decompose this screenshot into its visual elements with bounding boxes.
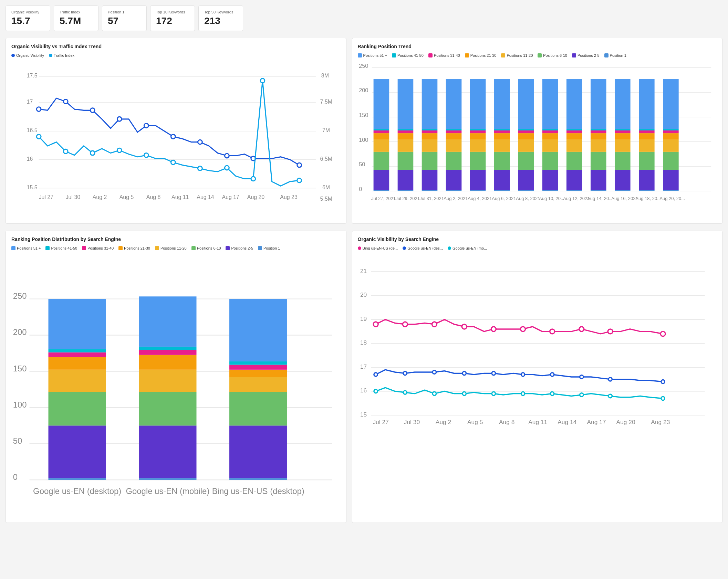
svg-rect-61 [373, 152, 389, 170]
visibility-engine-svg: 15 16 17 18 19 20 21 Jul 27 Jul [358, 254, 717, 427]
svg-rect-146 [615, 79, 631, 129]
legend-pos1: Position 1 [604, 53, 626, 57]
svg-point-27 [63, 99, 68, 104]
svg-rect-212 [229, 361, 287, 365]
svg-rect-96 [470, 130, 486, 133]
svg-text:Aug 8: Aug 8 [146, 194, 161, 200]
svg-rect-73 [397, 129, 413, 130]
legend-pos31: Positions 31-40 [428, 53, 460, 57]
svg-rect-93 [470, 152, 486, 170]
line-chart-legend: Organic Visibility Traffic Index [11, 53, 341, 57]
svg-point-267 [609, 394, 612, 398]
svg-rect-124 [566, 170, 582, 190]
svg-rect-157 [663, 152, 679, 170]
svg-rect-151 [639, 133, 655, 139]
kpi-traffic-index-label: Traffic Index [60, 10, 93, 14]
svg-text:Aug 20: Aug 20 [616, 419, 635, 425]
svg-rect-148 [639, 170, 655, 190]
legend-organic-vis: Organic Visibility [11, 53, 44, 57]
svg-rect-211 [229, 365, 287, 370]
kpi-organic-visibility-value: 15.7 [11, 15, 44, 27]
svg-text:Aug 17: Aug 17 [587, 419, 606, 425]
kpi-position1-label: Position 1 [108, 10, 141, 14]
svg-rect-79 [422, 133, 437, 139]
svg-text:100: 100 [359, 137, 368, 143]
svg-rect-83 [446, 190, 461, 191]
svg-rect-191 [49, 370, 106, 392]
kpi-position1-value: 57 [108, 15, 141, 27]
svg-rect-203 [139, 347, 196, 350]
svg-rect-161 [663, 129, 679, 130]
svg-rect-117 [542, 152, 558, 170]
svg-point-246 [579, 327, 584, 331]
svg-rect-100 [494, 170, 510, 190]
svg-rect-80 [422, 130, 437, 133]
svg-text:200: 200 [359, 87, 368, 93]
svg-rect-140 [615, 170, 631, 190]
svg-rect-110 [518, 139, 534, 152]
svg-text:Aug 8: Aug 8 [499, 419, 514, 425]
svg-point-262 [462, 392, 466, 395]
svg-rect-98 [470, 79, 486, 129]
svg-point-263 [492, 392, 495, 395]
svg-point-265 [550, 392, 554, 395]
svg-text:Aug 20: Aug 20 [247, 194, 265, 200]
svg-point-257 [609, 378, 612, 381]
svg-rect-86 [446, 139, 461, 152]
kpi-top50-label: Top 50 Keywords [204, 10, 237, 14]
svg-rect-125 [566, 152, 582, 170]
visibility-engine-panel: Organic Visibility by Search Engine Bing… [352, 231, 722, 523]
svg-text:50: 50 [13, 436, 22, 445]
svg-rect-111 [518, 133, 534, 139]
kpi-top10-label: Top 10 Keywords [156, 10, 189, 14]
svg-point-258 [661, 380, 664, 383]
svg-point-26 [37, 107, 41, 112]
svg-rect-141 [615, 152, 631, 170]
svg-text:Aug 12, 2021: Aug 12, 2021 [563, 196, 590, 201]
legend-pos21: Positions 21-30 [465, 53, 497, 57]
svg-text:Aug 20, 20...: Aug 20, 20... [659, 196, 685, 201]
svg-text:Jul 29, 2021: Jul 29, 2021 [395, 196, 420, 201]
svg-rect-92 [470, 170, 486, 190]
svg-rect-138 [591, 79, 606, 129]
svg-text:150: 150 [13, 364, 27, 373]
svg-text:Aug 10, 20...: Aug 10, 20... [539, 196, 564, 201]
svg-text:Aug 14: Aug 14 [197, 194, 214, 200]
svg-rect-209 [229, 377, 287, 392]
visibility-engine-chart-container: 15 16 17 18 19 20 21 Jul 27 Jul [358, 254, 717, 427]
svg-text:250: 250 [13, 291, 27, 301]
svg-rect-123 [566, 190, 582, 191]
kpi-traffic-index: Traffic Index 5.7M [54, 6, 98, 31]
svg-point-253 [492, 371, 495, 375]
svg-rect-192 [49, 357, 106, 370]
svg-rect-107 [518, 190, 534, 191]
svg-rect-97 [470, 129, 486, 130]
legend-pos6: Positions 6-10 [538, 53, 567, 57]
svg-rect-188 [49, 478, 106, 480]
svg-rect-101 [494, 152, 510, 170]
svg-text:Google us-EN (desktop): Google us-EN (desktop) [33, 486, 121, 496]
svg-rect-77 [422, 152, 437, 170]
svg-point-45 [260, 78, 265, 83]
svg-rect-60 [373, 170, 389, 190]
svg-rect-121 [542, 129, 558, 130]
svg-rect-103 [494, 133, 510, 139]
svg-rect-143 [615, 133, 631, 139]
svg-text:Aug 4, 2021: Aug 4, 2021 [468, 196, 492, 201]
legend-traffic-index-dot [49, 54, 52, 57]
svg-point-261 [433, 392, 436, 395]
svg-rect-206 [229, 478, 287, 480]
svg-point-247 [608, 329, 613, 334]
svg-rect-145 [615, 129, 631, 130]
svg-text:17.5: 17.5 [27, 73, 38, 78]
svg-point-37 [63, 149, 68, 154]
svg-rect-207 [229, 425, 287, 478]
svg-rect-99 [494, 190, 510, 191]
svg-rect-158 [663, 139, 679, 152]
svg-text:Aug 6, 2021: Aug 6, 2021 [492, 196, 516, 201]
svg-point-259 [374, 389, 377, 393]
svg-text:21: 21 [360, 267, 367, 274]
svg-rect-94 [470, 139, 486, 152]
svg-text:Jul 27: Jul 27 [39, 194, 54, 200]
svg-rect-160 [663, 130, 679, 133]
